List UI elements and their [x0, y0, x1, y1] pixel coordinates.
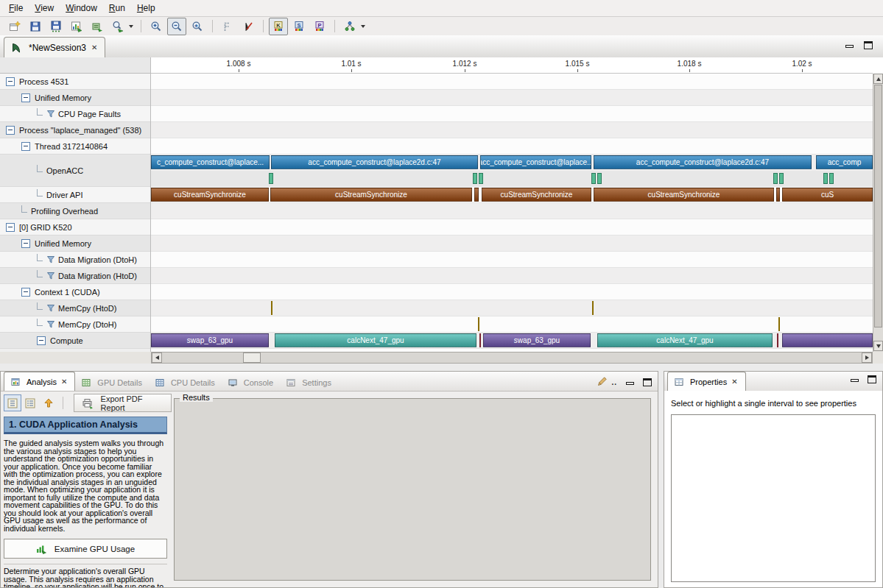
tree-row-data-migration-dtoh[interactable]: Data Migration (DtoH): [0, 252, 150, 268]
tree-row-driver-api[interactable]: Driver API: [0, 187, 150, 203]
back-up-icon[interactable]: [40, 394, 57, 411]
unmark-interval-icon[interactable]: [239, 18, 258, 35]
minimize-icon[interactable]: [845, 45, 854, 48]
horizontal-scroll-thumb[interactable]: [243, 353, 261, 363]
interval-launch-marker[interactable]: [829, 173, 834, 184]
tree-row-compute[interactable]: Compute: [0, 333, 150, 349]
tree-row-profiling-overhead[interactable]: Profiling Overhead: [0, 203, 150, 219]
tree-row-context-1-cuda[interactable]: Context 1 (CUDA): [0, 284, 150, 300]
timeline-lane-process-laplace-managed-538[interactable]: [151, 122, 873, 138]
menu-window[interactable]: Window: [60, 1, 103, 15]
maximize-icon[interactable]: [868, 375, 876, 383]
export-pdf-button[interactable]: Export PDF Report: [74, 394, 172, 412]
filter-icon[interactable]: [46, 320, 55, 329]
tab-properties[interactable]: Properties ✕: [667, 372, 746, 391]
close-icon[interactable]: ✕: [731, 378, 738, 386]
timeline-lane-openacc[interactable]: c_compute_construct@laplace...acc_comput…: [151, 155, 873, 187]
interval-cus[interactable]: cuS: [782, 188, 873, 202]
menu-run[interactable]: Run: [103, 1, 131, 15]
timeline-lane-process-4531[interactable]: [151, 74, 873, 90]
collapse-icon[interactable]: [6, 126, 15, 135]
process-colors-icon[interactable]: P: [310, 18, 329, 35]
interval-acc-compute-construct-laplace[interactable]: acc_compute_construct@laplace...: [480, 155, 591, 169]
interval-event[interactable]: [782, 333, 873, 347]
scroll-up-icon[interactable]: [873, 74, 883, 84]
filter-icon[interactable]: [46, 255, 55, 264]
interval-event[interactable]: [776, 188, 780, 202]
zoom-fit-icon[interactable]: ±: [188, 18, 207, 35]
interval-launch-marker[interactable]: [823, 173, 828, 184]
timeline-lane-compute[interactable]: swap_63_gpucalcNext_47_gpuswap_63_gpucal…: [151, 333, 873, 349]
mark-interval-icon[interactable]: [218, 18, 237, 35]
tree-row-cpu-page-faults[interactable]: CPU Page Faults: [0, 106, 150, 122]
zoom-select-icon[interactable]: [108, 18, 127, 35]
interval-memcpy-htod[interactable]: [271, 301, 272, 315]
maximize-icon[interactable]: [643, 378, 652, 386]
interval-launch-marker[interactable]: [773, 173, 778, 184]
timeline-lane-data-migration-htod[interactable]: [151, 268, 873, 284]
timeline-lane-profiling-overhead[interactable]: [151, 203, 873, 219]
interval-launch-marker[interactable]: [597, 173, 602, 184]
interval-calcnext-47-gpu[interactable]: calcNext_47_gpu: [597, 333, 773, 347]
close-icon[interactable]: ✕: [60, 378, 68, 386]
tree-row-memcpy-htod[interactable]: MemCpy (HtoD): [0, 300, 150, 316]
interval-launch-marker[interactable]: [591, 173, 596, 184]
close-icon[interactable]: ✕: [91, 43, 98, 52]
menu-help[interactable]: Help: [131, 1, 161, 15]
collapse-icon[interactable]: [6, 223, 15, 232]
timeline-lane-driver-api[interactable]: cuStreamSynchronizecuStreamSynchronizecu…: [151, 187, 873, 203]
timeline-lane-memcpy-htod[interactable]: [151, 300, 873, 316]
tree-row-thread-3172140864[interactable]: Thread 3172140864: [0, 138, 150, 155]
interval-custreamsynchronize[interactable]: cuStreamSynchronize: [482, 188, 591, 202]
timeline-ruler[interactable]: 1.008 s1.01 s1.012 s1.015 s1.018 s1.02 s: [151, 57, 873, 74]
profile-from-file-icon[interactable]: [88, 18, 107, 35]
interval-swap-63-gpu[interactable]: swap_63_gpu: [151, 333, 269, 347]
scroll-right-icon[interactable]: [862, 353, 872, 363]
session-tab[interactable]: *NewSession3 ✕: [4, 37, 105, 57]
tab-settings[interactable]: Settings: [280, 374, 338, 391]
interval-acc-comp[interactable]: acc_comp: [816, 155, 873, 169]
timeline-lane-data-migration-dtoh[interactable]: [151, 252, 873, 268]
collapse-icon[interactable]: [21, 93, 30, 102]
tree-row-0-grid-k520[interactable]: [0] GRID K520: [0, 219, 150, 235]
interval-acc-compute-construct-laplace2d-c-47[interactable]: acc_compute_construct@laplace2d.c:47: [594, 155, 812, 169]
interval-launch-marker[interactable]: [779, 173, 784, 184]
unguided-analysis-icon[interactable]: [22, 394, 40, 411]
dropdown-caret-icon[interactable]: [129, 25, 133, 28]
kernel-colors-icon[interactable]: K: [269, 18, 288, 35]
timeline-lane-unified-memory[interactable]: [151, 235, 873, 252]
analysis-view-icon[interactable]: [340, 18, 359, 35]
interval-memcpy-dtoh[interactable]: [778, 317, 780, 331]
interval-c-compute-construct-laplace[interactable]: c_compute_construct@laplace...: [151, 155, 270, 169]
horizontal-scrollbar[interactable]: [151, 352, 873, 364]
scroll-down-icon[interactable]: [873, 341, 883, 351]
collapse-icon[interactable]: [21, 239, 30, 248]
tab-cpu-details[interactable]: CPU Details: [149, 374, 222, 391]
minimize-icon[interactable]: [626, 382, 634, 385]
timeline-lane-cpu-page-faults[interactable]: [151, 106, 873, 122]
interval-memcpy-dtoh[interactable]: [478, 317, 479, 331]
examine-gpu-usage-button[interactable]: Examine GPU Usage: [4, 539, 167, 559]
interval-compute-tick[interactable]: [777, 333, 778, 347]
menu-file[interactable]: File: [3, 1, 29, 15]
filter-icon[interactable]: [46, 304, 55, 313]
vertical-scrollbar[interactable]: [873, 74, 883, 352]
minimize-icon[interactable]: [851, 379, 859, 382]
interval-custreamsynchronize[interactable]: cuStreamSynchronize: [151, 188, 269, 202]
zoom-in-icon[interactable]: [147, 18, 166, 35]
dropdown-caret-icon[interactable]: [361, 25, 365, 28]
collapse-icon[interactable]: [6, 77, 15, 86]
timeline-lane-0-grid-k520[interactable]: [151, 219, 873, 235]
tree-row-process-4531[interactable]: Process 4531: [0, 74, 150, 90]
stream-colors-icon[interactable]: S: [289, 18, 309, 35]
tree-row-openacc[interactable]: OpenACC: [0, 155, 150, 187]
collapse-icon[interactable]: [21, 288, 30, 297]
tab-gpu-details[interactable]: GPU Details: [75, 374, 149, 391]
interval-memcpy-htod[interactable]: [592, 301, 594, 315]
timeline-lane-thread-3172140864[interactable]: [151, 138, 873, 155]
save-all-icon[interactable]: [46, 18, 66, 35]
interval-launch-marker[interactable]: [473, 173, 477, 184]
collapse-icon[interactable]: [37, 336, 46, 345]
new-session-icon[interactable]: [5, 18, 24, 35]
interval-swap-63-gpu[interactable]: swap_63_gpu: [483, 333, 591, 347]
